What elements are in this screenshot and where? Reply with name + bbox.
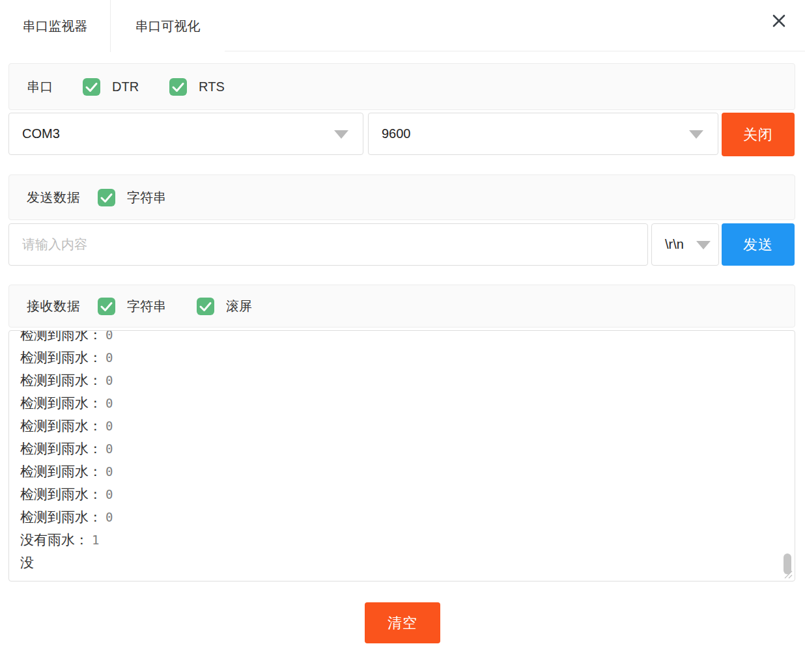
send-input[interactable] <box>8 223 648 266</box>
receive-section-title: 接收数据 <box>27 298 80 315</box>
log-line-label: 没 <box>20 555 34 570</box>
serial-monitor-dialog: 串口监视器 串口可视化 串口 DTR RTS COM3 9600 关闭 <box>0 0 805 672</box>
port-select[interactable]: COM3 <box>8 113 363 155</box>
log-line-value: 0 <box>106 330 113 342</box>
log-line: 检测到雨水：0 <box>20 369 795 391</box>
port-select-value: COM3 <box>9 126 60 141</box>
check-icon <box>98 298 115 315</box>
serial-section-header: 串口 DTR RTS <box>8 63 795 110</box>
log-line-value: 0 <box>106 373 113 387</box>
log-line: 检测到雨水：0 <box>20 414 795 437</box>
clear-button[interactable]: 清空 <box>365 602 440 643</box>
log-line-value: 0 <box>106 464 113 479</box>
check-icon <box>98 189 115 206</box>
line-ending-select[interactable]: \r\n <box>651 223 719 266</box>
receive-log[interactable]: 检测到雨水：0检测到雨水：0检测到雨水：0检测到雨水：0检测到雨水：0检测到雨水… <box>8 330 795 581</box>
receive-section-header: 接收数据 字符串 滚屏 <box>8 285 795 328</box>
log-line-label: 检测到雨水： <box>20 509 102 524</box>
receive-string-label: 字符串 <box>127 298 166 315</box>
send-section-header: 发送数据 字符串 <box>8 175 795 220</box>
log-line-label: 检测到雨水： <box>20 330 102 342</box>
tab-serial-monitor[interactable]: 串口监视器 <box>0 0 111 52</box>
dtr-checkbox[interactable] <box>83 78 100 96</box>
log-line-label: 检测到雨水： <box>20 372 102 387</box>
receive-log-content: 检测到雨水：0检测到雨水：0检测到雨水：0检测到雨水：0检测到雨水：0检测到雨水… <box>9 330 795 574</box>
send-section-title: 发送数据 <box>27 189 80 206</box>
baud-select[interactable]: 9600 <box>368 113 718 155</box>
log-line-label: 检测到雨水： <box>20 395 102 410</box>
log-line-value: 0 <box>106 487 113 501</box>
chevron-down-icon <box>689 130 703 139</box>
tab-serial-plotter[interactable]: 串口可视化 <box>111 0 225 52</box>
log-line-value: 0 <box>106 396 113 410</box>
dtr-label: DTR <box>112 79 139 94</box>
log-line: 没有雨水：1 <box>20 528 795 551</box>
send-button[interactable]: 发送 <box>722 223 795 266</box>
log-line-label: 检测到雨水： <box>20 486 102 501</box>
log-line-value: 0 <box>106 350 113 365</box>
log-line: 检测到雨水：0 <box>20 391 795 414</box>
log-line: 检测到雨水：0 <box>20 437 795 460</box>
tab-bar: 串口监视器 串口可视化 <box>0 0 805 51</box>
rts-checkbox[interactable] <box>169 78 187 96</box>
scroll-checkbox[interactable] <box>197 298 214 315</box>
send-string-label: 字符串 <box>127 189 166 206</box>
log-line: 检测到雨水：0 <box>20 505 795 528</box>
log-line-label: 检测到雨水： <box>20 350 102 365</box>
chevron-down-icon <box>696 241 711 249</box>
check-icon <box>197 298 214 315</box>
log-line-value: 0 <box>106 441 113 456</box>
check-icon <box>169 78 187 96</box>
log-line-value: 1 <box>92 533 99 547</box>
serial-section-title: 串口 <box>27 78 53 96</box>
scroll-label: 滚屏 <box>226 298 252 315</box>
receive-string-checkbox[interactable] <box>98 298 115 315</box>
baud-select-value: 9600 <box>369 126 411 141</box>
log-line: 检测到雨水：0 <box>20 460 795 483</box>
log-line-label: 没有雨水： <box>20 532 89 547</box>
log-line: 检测到雨水：0 <box>20 330 795 346</box>
close-button[interactable] <box>770 12 788 30</box>
log-line: 检测到雨水：0 <box>20 346 795 369</box>
log-line-label: 检测到雨水： <box>20 464 102 479</box>
line-ending-value: \r\n <box>652 237 684 252</box>
resize-grip-icon[interactable] <box>783 569 793 580</box>
log-line-label: 检测到雨水： <box>20 441 102 456</box>
log-line-label: 检测到雨水： <box>20 418 102 433</box>
send-string-checkbox[interactable] <box>98 189 115 206</box>
log-line-value: 0 <box>106 419 113 433</box>
check-icon <box>83 78 100 96</box>
log-line-value: 0 <box>106 510 113 524</box>
chevron-down-icon <box>334 130 348 139</box>
close-port-button[interactable]: 关闭 <box>722 113 795 156</box>
log-line: 没 <box>20 551 795 574</box>
log-line: 检测到雨水：0 <box>20 483 795 505</box>
close-icon <box>771 13 787 29</box>
rts-label: RTS <box>199 79 225 94</box>
